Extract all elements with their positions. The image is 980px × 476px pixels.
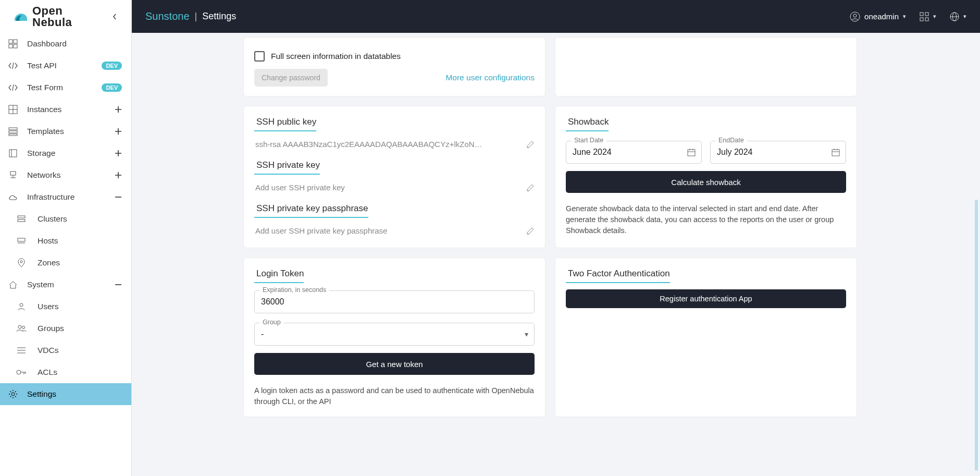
sidebar-item-networks[interactable]: Networks <box>0 164 131 186</box>
svg-point-19 <box>20 261 22 263</box>
pencil-icon[interactable] <box>526 140 535 149</box>
sidebar-item-hosts[interactable]: Hosts <box>0 230 131 252</box>
logo-icon <box>13 8 29 25</box>
ssh-public-value: ssh-rsa AAAAB3NzaC1yc2EAAAADAQABAAABAQCY… <box>255 140 521 149</box>
ssh-passphrase-placeholder: Add user SSH private key passphrase <box>255 226 521 235</box>
svg-point-22 <box>22 326 25 329</box>
topbar: Sunstone | Settings oneadmin ▾ ▾ ▾ <box>132 0 980 33</box>
ssh-private-title: SSH private key <box>254 159 320 175</box>
sidebar-item-label: System <box>27 280 115 289</box>
plus-icon <box>115 150 122 157</box>
sidebar-item-users[interactable]: Users <box>0 296 131 318</box>
sidebar-item-settings[interactable]: Settings <box>0 383 131 405</box>
expiration-label: Expiration, in seconds <box>259 286 329 294</box>
sidebar-item-dashboard[interactable]: Dashboard <box>0 33 131 55</box>
svg-rect-0 <box>9 40 13 43</box>
showback-helper: Generate showback data to the interval s… <box>566 203 846 236</box>
svg-rect-8 <box>9 131 17 133</box>
svg-rect-33 <box>920 13 923 16</box>
sidebar-item-label: Settings <box>27 389 122 399</box>
register-app-button[interactable]: Register authentication App <box>566 289 846 308</box>
svg-rect-9 <box>9 134 17 136</box>
network-icon <box>6 170 20 180</box>
sidebar-item-vdcs[interactable]: VDCs <box>0 339 131 361</box>
start-date-input[interactable] <box>566 141 702 164</box>
showback-card: Showback Start Date EndDate <box>555 106 857 248</box>
sidebar-collapse-button[interactable] <box>107 9 122 24</box>
minus-icon <box>115 193 122 201</box>
sidebar-item-label: Test API <box>27 61 102 70</box>
svg-rect-3 <box>14 44 17 48</box>
sidebar-item-label: Users <box>38 302 122 311</box>
group-icon <box>15 325 28 332</box>
dev-badge: DEV <box>102 83 122 92</box>
sidebar-item-zones[interactable]: Zones <box>0 252 131 274</box>
svg-rect-34 <box>925 13 928 16</box>
sidebar-item-system[interactable]: System <box>0 274 131 296</box>
scrollbar[interactable] <box>975 200 978 471</box>
sidebar-nav: Dashboard Test API DEV Test Form DEV Ins… <box>0 33 131 476</box>
end-date-input[interactable] <box>710 141 846 164</box>
dev-badge: DEV <box>102 62 122 70</box>
svg-rect-17 <box>18 238 25 241</box>
chevron-down-icon: ▾ <box>903 13 906 20</box>
sidebar: Open Nebula Dashboard Test API DEV <box>0 0 132 476</box>
user-settings-card: Full screen information in datatables Ch… <box>243 37 545 96</box>
login-token-helper: A login token acts as a password and can… <box>254 385 535 407</box>
fullscreen-checkbox[interactable] <box>254 51 265 62</box>
get-token-button[interactable]: Get a new token <box>254 353 535 375</box>
content-area: Full screen information in datatables Ch… <box>132 33 980 476</box>
more-configurations-link[interactable]: More user configurations <box>445 73 535 82</box>
sidebar-item-label: Zones <box>38 258 122 267</box>
pin-icon <box>15 258 28 267</box>
apps-menu[interactable]: ▾ <box>920 12 936 21</box>
sidebar-item-clusters[interactable]: Clusters <box>0 208 131 230</box>
sidebar-item-storage[interactable]: Storage <box>0 142 131 164</box>
svg-rect-7 <box>9 128 17 130</box>
sidebar-item-label: Test Form <box>27 83 102 92</box>
login-token-title: Login Token <box>254 267 304 283</box>
sidebar-item-label: Infrastructure <box>27 192 115 202</box>
sidebar-item-test-api[interactable]: Test API DEV <box>0 55 131 77</box>
checkbox-label: Full screen information in datatables <box>271 52 401 61</box>
zone-menu[interactable]: ▾ <box>950 12 966 21</box>
sidebar-item-label: Dashboard <box>27 39 122 48</box>
sidebar-item-templates[interactable]: Templates <box>0 120 131 142</box>
sidebar-item-acls[interactable]: ACLs <box>0 361 131 383</box>
user-menu[interactable]: oneadmin ▾ <box>850 11 906 22</box>
sidebar-item-label: Hosts <box>38 236 122 246</box>
pencil-icon[interactable] <box>526 184 535 192</box>
svg-rect-16 <box>18 219 25 222</box>
breadcrumb-divider: | <box>195 11 197 22</box>
sidebar-item-groups[interactable]: Groups <box>0 318 131 339</box>
key-icon <box>15 369 28 375</box>
expiration-input[interactable] <box>254 290 535 313</box>
sidebar-item-infrastructure[interactable]: Infrastructure <box>0 186 131 208</box>
svg-rect-36 <box>925 18 928 21</box>
start-date-label: Start Date <box>571 137 606 144</box>
login-token-card: Login Token Expiration, in seconds Group… <box>243 258 545 417</box>
sidebar-item-instances[interactable]: Instances <box>0 99 131 120</box>
sidebar-item-label: Clusters <box>38 214 122 224</box>
svg-point-30 <box>11 393 15 396</box>
sidebar-item-label: Networks <box>27 170 115 180</box>
plus-icon <box>115 106 122 113</box>
svg-rect-15 <box>18 216 25 218</box>
svg-point-32 <box>853 14 857 17</box>
user-circle-icon <box>850 11 860 22</box>
sidebar-item-test-form[interactable]: Test Form DEV <box>0 77 131 99</box>
user-name: oneadmin <box>864 12 899 21</box>
calculate-showback-button[interactable]: Calculate showback <box>566 171 846 193</box>
grid-icon <box>6 105 20 114</box>
group-select[interactable] <box>254 323 535 346</box>
change-password-button[interactable]: Change password <box>254 69 328 87</box>
templates-icon <box>6 127 20 136</box>
clusters-icon <box>15 215 28 223</box>
pencil-icon[interactable] <box>526 227 535 235</box>
globe-icon <box>950 12 959 21</box>
svg-point-31 <box>850 12 860 21</box>
cloud-icon <box>6 193 20 201</box>
tfa-card: Two Factor Authentication Register authe… <box>555 258 857 417</box>
sidebar-item-label: Templates <box>27 127 115 136</box>
end-date-label: EndDate <box>715 137 747 144</box>
